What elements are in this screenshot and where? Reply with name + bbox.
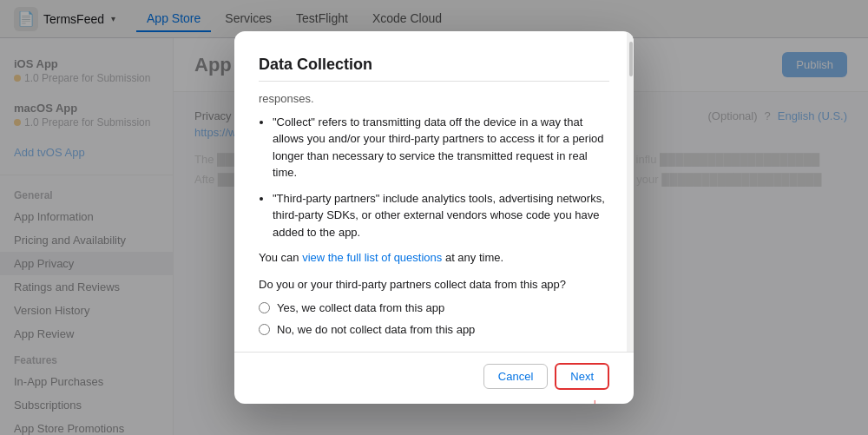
bullet-2: "Third-party partners" include analytics… [273,190,609,241]
no-option[interactable]: No, we do not collect data from this app [259,323,609,336]
next-button[interactable]: Next [555,363,609,390]
modal-bullets: "Collect" refers to transmitting data of… [273,114,609,241]
modal-scroll-area[interactable]: Data Collection responses. "Collect" ref… [234,38,634,352]
modal-scrollbar [627,38,634,352]
modal-footer: Cancel Next ↓ [234,352,634,404]
yes-radio[interactable] [259,302,270,313]
bullet-1: "Collect" refers to transmitting data of… [273,114,609,181]
main-content: App Pr Publish Privacy Poli https://www.… [174,38,868,435]
yes-option[interactable]: Yes, we collect data from this app [259,301,609,314]
data-collection-modal: Data Collection responses. "Collect" ref… [234,38,634,404]
yes-label: Yes, we collect data from this app [277,301,444,314]
scrollbar-thumb [629,42,633,76]
layout: iOS App 1.0 Prepare for Submission macOS… [0,38,868,435]
modal-view-link-text: You can view the full list of questions … [259,251,609,264]
no-label: No, we do not collect data from this app [277,323,475,336]
no-radio[interactable] [259,324,270,335]
cancel-button[interactable]: Cancel [483,364,548,389]
modal-question: Do you or your third-party partners coll… [259,278,609,291]
modal-intro-text: responses. [259,92,609,105]
modal-title: Data Collection [259,56,609,82]
modal-overlay: Data Collection responses. "Collect" ref… [174,38,868,435]
view-full-list-link[interactable]: view the full list of questions [302,251,442,264]
arrow-down-icon: ↓ [590,394,599,404]
